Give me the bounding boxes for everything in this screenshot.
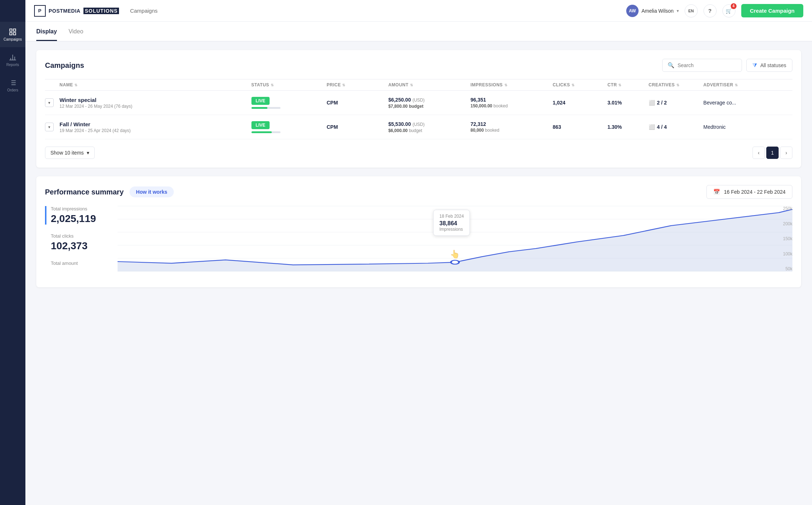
cart-badge: 4 xyxy=(731,3,737,9)
user-name: Amelia Wilson xyxy=(641,8,674,14)
sort-creatives-icon: ⇅ xyxy=(676,83,680,87)
sidebar-item-reports[interactable]: Reports xyxy=(0,47,25,73)
table-row: ▾ Fall / Winter 19 Mar 2024 - 25 Apr 202… xyxy=(45,115,792,139)
table-header: NAME ⇅ STATUS ⇅ PRICE ⇅ AMOUNT ⇅ xyxy=(45,79,792,91)
perf-title-area: Performance summary How it works xyxy=(45,186,174,197)
page-1-button[interactable]: 1 xyxy=(766,147,779,159)
pagination-pages: ‹ 1 › xyxy=(752,147,792,159)
y-label-2: 150k xyxy=(778,236,792,241)
stats-panel: Total impressions 2,025,119 Total clicks… xyxy=(45,206,118,267)
campaigns-card: Campaigns 🔍 ⧩ All statuses xyxy=(36,50,801,168)
total-clicks-value: 102,373 xyxy=(51,240,118,252)
total-impressions-label: Total impressions xyxy=(51,206,118,212)
prev-page-button[interactable]: ‹ xyxy=(752,147,765,159)
sidebar-item-orders[interactable]: Orders xyxy=(0,73,25,98)
campaign-clicks-1: 863 xyxy=(553,124,607,130)
total-impressions-value: 2,025,119 xyxy=(51,213,118,225)
campaigns-card-header: Campaigns 🔍 ⧩ All statuses xyxy=(45,59,792,72)
svg-rect-1 xyxy=(13,29,16,31)
cart-icon-btn[interactable]: 🛒 4 xyxy=(722,4,735,17)
date-range-label: 16 Feb 2024 - 22 Feb 2024 xyxy=(724,189,786,195)
campaign-impressions-1: 72,312 80,000 booked xyxy=(471,121,553,133)
calendar-icon: 📅 xyxy=(713,189,720,195)
pagination: Show 10 items ▾ ‹ 1 › xyxy=(45,147,792,159)
card-controls: 🔍 ⧩ All statuses xyxy=(662,59,792,72)
date-range-button[interactable]: 📅 16 Feb 2024 - 22 Feb 2024 xyxy=(706,185,792,199)
list-icon xyxy=(9,79,17,87)
next-page-button[interactable]: › xyxy=(780,147,792,159)
col-price: PRICE ⇅ xyxy=(327,82,388,87)
campaign-amount-0: $6,250.00 (USD) $7,800.00 budget xyxy=(388,97,471,109)
globe-icon-btn[interactable]: EN xyxy=(685,4,698,17)
campaign-advertiser-0: Beverage co... xyxy=(704,100,792,106)
tab-video[interactable]: Video xyxy=(69,22,83,41)
col-amount: AMOUNT ⇅ xyxy=(388,82,471,87)
grid-icon xyxy=(9,28,17,36)
status-bar-fill-1 xyxy=(251,131,272,133)
campaign-impressions-0: 96,351 150,000.00 booked xyxy=(471,97,553,108)
page-tabs: Display Video xyxy=(25,22,812,41)
sort-price-icon: ⇅ xyxy=(342,83,345,87)
bar-chart-icon xyxy=(9,53,17,61)
status-bar-fill-0 xyxy=(251,107,267,109)
sort-ctr-icon: ⇅ xyxy=(618,83,622,87)
create-campaign-button[interactable]: Create Campaign xyxy=(741,4,803,17)
topnav: P POSTMEDIA SOLUTIONS Campaigns AW Ameli… xyxy=(25,0,812,22)
campaign-price-1: CPM xyxy=(327,124,388,130)
col-ctr: CTR ⇅ xyxy=(607,82,648,87)
help-icon: ? xyxy=(708,8,711,14)
campaign-advertiser-1: Medtronic xyxy=(704,124,792,130)
campaign-amount-1: $5,530.00 (USD) $6,000.00 budget xyxy=(388,121,471,133)
campaign-status-1: LIVE xyxy=(251,121,327,133)
show-items-label: Show 10 items xyxy=(50,150,84,156)
logo-box: P xyxy=(34,5,46,17)
col-name: NAME ⇅ xyxy=(60,82,251,87)
how-it-works-button[interactable]: How it works xyxy=(130,186,174,197)
search-input[interactable] xyxy=(677,62,737,68)
row-expander-0[interactable]: ▾ xyxy=(45,98,54,107)
y-axis-labels: 250k 200k 150k 100k 50k xyxy=(778,206,792,271)
sort-status-icon: ⇅ xyxy=(271,83,274,87)
campaign-ctr-1: 1.30% xyxy=(607,124,648,130)
chart-wrapper: 250k 200k 150k 100k 50k 18 Feb 2024 38,8… xyxy=(118,206,792,279)
main-container: P POSTMEDIA SOLUTIONS Campaigns AW Ameli… xyxy=(25,0,812,505)
sidebar-item-campaigns[interactable]: Campaigns xyxy=(0,22,25,47)
sort-impressions-icon: ⇅ xyxy=(504,83,508,87)
perf-header: Performance summary How it works 📅 16 Fe… xyxy=(45,185,792,199)
user-dropdown[interactable]: AW Amelia Wilson ▾ xyxy=(626,5,679,17)
perf-bottom: Total impressions 2,025,119 Total clicks… xyxy=(45,206,792,279)
performance-chart xyxy=(118,206,792,271)
total-impressions-stat: Total impressions 2,025,119 xyxy=(45,206,118,225)
globe-label: EN xyxy=(688,9,694,13)
main-content: Campaigns 🔍 ⧩ All statuses xyxy=(25,41,812,296)
svg-rect-3 xyxy=(13,32,16,34)
campaign-ctr-0: 3.01% xyxy=(607,100,648,106)
image-icon-0: ⬜ xyxy=(649,100,655,106)
campaign-name-1: Fall / Winter 19 Mar 2024 - 25 Apr 2024 … xyxy=(60,121,251,133)
tab-display[interactable]: Display xyxy=(36,22,57,41)
filter-label: All statuses xyxy=(760,62,786,68)
filter-button[interactable]: ⧩ All statuses xyxy=(746,59,792,72)
total-clicks-stat: Total clicks 102,373 xyxy=(45,233,118,252)
row-expander-1[interactable]: ▾ xyxy=(45,123,54,131)
help-icon-btn[interactable]: ? xyxy=(704,4,717,17)
campaign-name-0: Winter special 12 Mar 2024 - 26 May 2024… xyxy=(60,97,251,109)
col-creatives: CREATIVES ⇅ xyxy=(649,82,704,87)
campaign-clicks-0: 1,024 xyxy=(553,100,607,106)
total-amount-stat: Total amount xyxy=(45,260,118,266)
image-icon-1: ⬜ xyxy=(649,124,655,130)
campaigns-card-title: Campaigns xyxy=(45,61,84,70)
campaign-status-0: LIVE xyxy=(251,97,327,109)
search-box[interactable]: 🔍 xyxy=(662,59,742,72)
filter-icon: ⧩ xyxy=(752,62,757,69)
campaign-creatives-1: ⬜ 4 / 4 xyxy=(649,124,704,130)
topnav-right: AW Amelia Wilson ▾ EN ? 🛒 4 Create Campa… xyxy=(626,4,803,17)
logo-solutions: SOLUTIONS xyxy=(83,8,119,14)
sidebar-item-reports-label: Reports xyxy=(6,63,19,67)
cart-icon: 🛒 xyxy=(726,8,732,14)
sidebar-item-orders-label: Orders xyxy=(7,88,19,92)
show-items-dropdown[interactable]: Show 10 items ▾ xyxy=(45,147,95,159)
perf-title: Performance summary xyxy=(45,188,124,196)
logo-postmedia: POSTMEDIA xyxy=(49,8,81,14)
sort-clicks-icon: ⇅ xyxy=(571,83,575,87)
